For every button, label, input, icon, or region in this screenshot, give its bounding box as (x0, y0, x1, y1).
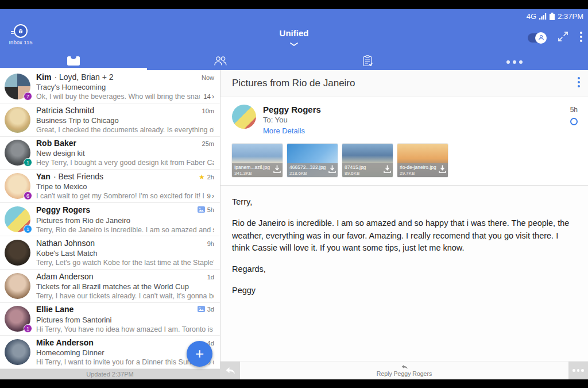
attachment-thumbnail[interactable]: 87415.jpg89.6KB (342, 144, 393, 177)
message-time: 5h (570, 106, 578, 114)
mail-list-item[interactable]: Patricia Schmitd10m Business Trip to Chi… (0, 103, 220, 137)
thread-chevron-icon: › (212, 93, 214, 101)
tab-mail[interactable] (0, 54, 147, 70)
reading-pane: Pictures from Rio de Janeiro Peggy Roger… (220, 70, 588, 379)
mail-list-item[interactable]: Adam Anderson1d Tickets for all Brazil m… (0, 270, 220, 303)
reply-action[interactable]: Reply Peggy Rogers (240, 362, 568, 379)
more-details-link[interactable]: More Details (263, 126, 570, 135)
mail-preview: Hey Terry, I bought a very good design k… (36, 159, 214, 167)
avatar (5, 339, 30, 365)
overflow-menu-icon[interactable] (580, 32, 582, 44)
contact-view-toggle[interactable] (528, 33, 546, 43)
image-attachment-icon (198, 304, 205, 314)
attachment-name: Ipanem...azil.jpg (234, 164, 272, 171)
attachment-size: 89.6KB (345, 171, 382, 176)
reading-subject: Pictures from Rio de Janeiro (232, 78, 578, 89)
mail-list-item[interactable]: 6 Yan· Best Friends★2h Tripe to Mexico I… (0, 170, 220, 203)
expand-fullscreen-icon[interactable] (558, 31, 568, 44)
download-icon[interactable] (328, 165, 336, 175)
sender-card: Peggy Rogers To: You More Details 5h (220, 97, 588, 140)
tab-tasks[interactable] (294, 54, 441, 70)
mail-preview: Ok, I will buy the beverages. Who will b… (36, 93, 200, 101)
tab-more[interactable] (441, 54, 588, 70)
received-time: 10m (202, 107, 214, 114)
mail-subject: Pictures from Santorini (36, 316, 214, 324)
mail-subject: Tracy's Homecoming (36, 83, 214, 91)
message-body: Terry, Rio de Janeiro is incredible. I a… (220, 186, 588, 361)
mail-icon (67, 56, 80, 68)
favorite-circle-icon[interactable] (570, 118, 578, 125)
more-actions-button[interactable] (568, 362, 588, 379)
contact-toggle-knob-icon (535, 32, 547, 44)
battery-icon (550, 13, 555, 20)
attachment-thumbnail[interactable]: Ipanem...azil.jpg341.3KB (232, 144, 283, 177)
more-circles-icon (506, 60, 523, 64)
attachment-size: 29.7KB (400, 171, 438, 176)
avatar (5, 273, 30, 299)
reply-label: Reply Peggy Rogers (377, 370, 432, 377)
tab-contacts[interactable] (147, 54, 294, 70)
mail-subject: Pictures from Rio de Janeiro (36, 216, 214, 225)
body-paragraph: Regards, (232, 263, 574, 276)
mail-preview: Terry, Rio de Janeiro is incredible. I a… (36, 226, 214, 234)
received-time: 25m (202, 140, 214, 147)
sender-name: Kim (36, 72, 51, 82)
mail-subject: Tripe to Mexico (36, 182, 214, 191)
sender-name: Ellie Lane (36, 305, 74, 314)
updated-status: Updated 2:37PM (0, 369, 220, 379)
attachment-size: 218.6KB (289, 171, 327, 176)
account-selector[interactable]: Unified (0, 28, 588, 48)
status-bar: 4G 2:37PM (0, 9, 588, 23)
mail-list-item[interactable]: 1 Ellie Lane3d Pictures from Santorini H… (0, 303, 220, 336)
mail-list-item[interactable]: 1 Rob Baker25m New design kit Hey Terry,… (0, 137, 220, 170)
sender-name: Rob Baker (36, 139, 76, 148)
unread-count-badge: 1 (24, 225, 32, 233)
sender-extra: · Best Friends (53, 172, 195, 181)
compose-button[interactable]: + (187, 341, 212, 367)
mail-subject: New design kit (36, 149, 214, 157)
download-icon[interactable] (384, 165, 391, 175)
tab-bar (0, 54, 588, 70)
received-time: 2h (207, 174, 214, 180)
reading-footer: Reply Peggy Rogers (220, 361, 588, 379)
sender-name: Peggy Rogers (36, 205, 90, 214)
mail-list-item[interactable]: Nathan Johnson9h Kobe's Last Match Terry… (0, 236, 220, 270)
mail-subject: Business Trip to Chicago (36, 116, 214, 125)
account-title: Unified (0, 28, 588, 38)
received-time: 9h (207, 240, 214, 247)
unread-count-badge: 7 (24, 92, 32, 101)
sender-name: Patricia Schmitd (36, 106, 94, 115)
mail-preview: Terry, Let's go watch Kobe for the last … (36, 259, 214, 267)
thread-count[interactable]: 14› (203, 93, 214, 101)
message-menu-icon[interactable] (578, 77, 580, 90)
reply-arrow-icon (401, 364, 408, 370)
attachment-name: rio-de-janeiro.jpg (400, 164, 438, 171)
mail-list-item-selected[interactable]: 1 Peggy Rogers5h Pictures from Rio de Ja… (0, 203, 220, 236)
content-area: 7 Kim· Loyd, Brian + 2Now Tracy's Homeco… (0, 70, 588, 379)
avatar (5, 240, 30, 266)
reading-subject-row: Pictures from Rio de Janeiro (220, 70, 588, 97)
attachment-thumbnail[interactable]: 466572...322.jpg218.6KB (287, 144, 338, 177)
body-paragraph: Terry, (232, 196, 574, 209)
thread-count[interactable]: 9› (207, 192, 214, 200)
attachment-size: 341.3KB (234, 171, 272, 176)
download-icon[interactable] (439, 165, 446, 175)
sender-name: Nathan Johnson (36, 239, 95, 248)
star-icon[interactable]: ★ (199, 174, 205, 180)
body-paragraph: Rio de Janeiro is incredible. I am so am… (232, 217, 574, 255)
download-icon[interactable] (273, 165, 281, 175)
chevron-down-icon (290, 43, 298, 46)
email-app-screen: 4G 2:37PM Inbox 115 Unified (0, 0, 588, 388)
body-paragraph: Peggy (232, 285, 574, 297)
image-attachment-icon (198, 205, 205, 215)
mail-list-pane: 7 Kim· Loyd, Brian + 2Now Tracy's Homeco… (0, 70, 220, 379)
sender-name: Adam Anderson (36, 272, 94, 281)
received-time: Now (202, 74, 214, 81)
signal-bars-icon (539, 13, 547, 20)
more-dots-icon (572, 369, 584, 372)
thread-chevron-icon: › (212, 192, 214, 200)
mail-list-item[interactable]: 7 Kim· Loyd, Brian + 2Now Tracy's Homeco… (0, 70, 220, 103)
recipient-line: To: You (263, 116, 570, 124)
reply-button[interactable] (220, 362, 240, 379)
attachment-thumbnail[interactable]: rio-de-janeiro.jpg29.7KB (397, 144, 448, 177)
